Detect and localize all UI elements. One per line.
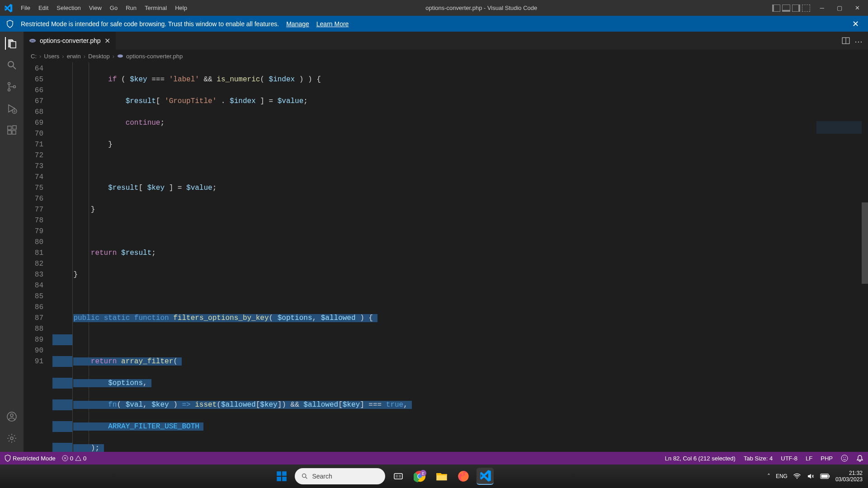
svg-rect-23 (283, 477, 287, 481)
layout-controls (772, 5, 810, 12)
explorer-icon[interactable] (5, 37, 18, 50)
window-controls: ─ ▢ ✕ (816, 2, 864, 14)
svg-point-24 (302, 474, 306, 478)
svg-point-1 (8, 83, 10, 85)
notifications-bell-icon[interactable] (856, 455, 863, 462)
status-language[interactable]: PHP (821, 455, 833, 462)
tabs-bar: php options-converter.php ✕ ⋯ (24, 32, 868, 50)
tab-close-icon[interactable]: ✕ (104, 37, 110, 45)
extensions-icon[interactable] (5, 124, 18, 136)
shield-icon (6, 20, 14, 28)
warning-icon (75, 455, 81, 461)
menu-go[interactable]: Go (106, 2, 121, 14)
crumb-users[interactable]: Users (44, 53, 59, 60)
status-encoding[interactable]: UTF-8 (781, 455, 797, 462)
minimize-icon[interactable]: ─ (816, 2, 829, 14)
menu-help[interactable]: Help (171, 2, 191, 14)
source-control-icon[interactable] (5, 80, 18, 93)
battery-icon[interactable] (820, 473, 830, 479)
line-gutter: 6465666768697071727374757677787980818283… (24, 62, 52, 452)
windows-taskbar: Search E ˄ ENG 21:32 03/03/2023 (0, 465, 868, 488)
search-taskbar-icon (301, 473, 308, 480)
status-problems[interactable]: 0 0 (62, 455, 86, 462)
error-icon (62, 455, 68, 461)
taskbar-search[interactable]: Search (295, 468, 385, 484)
status-tabsize[interactable]: Tab Size: 4 (744, 455, 773, 462)
learn-more-link[interactable]: Learn More (316, 20, 349, 28)
svg-point-19 (845, 457, 846, 458)
svg-point-0 (8, 61, 14, 67)
menu-file[interactable]: File (17, 2, 34, 14)
tray-clock[interactable]: 21:32 03/03/2023 (835, 470, 863, 483)
run-debug-icon[interactable] (5, 102, 18, 115)
workbench: php options-converter.php ✕ ⋯ C:› Users›… (0, 32, 868, 452)
menu-run[interactable]: Run (122, 2, 140, 14)
crumb-c[interactable]: C: (31, 53, 37, 60)
svg-rect-22 (277, 477, 282, 481)
status-restricted[interactable]: Restricted Mode (5, 455, 56, 462)
svg-point-2 (8, 89, 10, 91)
code-content[interactable]: if ( $key === 'label' && is_numeric( $in… (52, 62, 868, 452)
feedback-icon[interactable] (841, 455, 848, 462)
chrome-icon[interactable]: E (411, 468, 429, 485)
vscode-logo-icon (4, 4, 13, 13)
crumb-desktop[interactable]: Desktop (88, 53, 110, 60)
system-tray: ˄ ENG 21:32 03/03/2023 (767, 470, 863, 483)
svg-rect-5 (8, 126, 11, 130)
code-editor[interactable]: 6465666768697071727374757677787980818283… (24, 62, 868, 452)
status-cursor[interactable]: Ln 82, Col 6 (212 selected) (665, 455, 736, 462)
toggle-primary-sidebar-icon[interactable] (772, 5, 780, 12)
accounts-icon[interactable] (5, 410, 18, 423)
svg-point-10 (10, 414, 13, 417)
banner-close-icon[interactable]: ✕ (849, 19, 862, 29)
window-title: options-converter.php - Visual Studio Co… (191, 5, 772, 11)
task-view-icon[interactable] (390, 468, 407, 485)
vertical-scrollbar[interactable] (862, 62, 868, 452)
firefox-icon[interactable] (455, 468, 472, 485)
more-actions-icon[interactable]: ⋯ (854, 37, 863, 45)
svg-rect-26 (396, 475, 398, 478)
svg-text:php: php (31, 39, 35, 42)
php-breadcrumb-icon (117, 53, 123, 59)
tab-label: options-converter.php (40, 37, 101, 44)
menu-view[interactable]: View (85, 2, 105, 14)
menu-bar: File Edit Selection View Go Run Terminal… (17, 2, 191, 14)
maximize-icon[interactable]: ▢ (832, 2, 847, 14)
svg-point-11 (10, 437, 13, 440)
svg-point-33 (797, 478, 797, 479)
menu-selection[interactable]: Selection (53, 2, 84, 14)
titlebar: File Edit Selection View Go Run Terminal… (0, 0, 868, 16)
toggle-panel-icon[interactable] (782, 5, 790, 12)
customize-layout-icon[interactable] (802, 5, 810, 12)
status-eol[interactable]: LF (806, 455, 812, 462)
menu-terminal[interactable]: Terminal (141, 2, 170, 14)
tab-options-converter[interactable]: php options-converter.php ✕ (24, 32, 116, 50)
breadcrumbs[interactable]: C:› Users› erwin› Desktop› options-conve… (24, 50, 868, 62)
wifi-icon[interactable] (793, 472, 801, 480)
scrollbar-thumb[interactable] (862, 202, 868, 284)
svg-point-15 (118, 55, 123, 58)
tray-language[interactable]: ENG (776, 473, 788, 479)
svg-rect-27 (399, 475, 401, 478)
svg-rect-25 (394, 474, 402, 479)
crumb-file[interactable]: options-converter.php (126, 53, 183, 60)
volume-icon[interactable] (807, 472, 815, 480)
svg-rect-7 (12, 131, 16, 134)
search-icon[interactable] (5, 59, 18, 71)
file-explorer-icon[interactable] (433, 468, 450, 485)
manage-link[interactable]: Manage (286, 20, 309, 28)
toggle-secondary-sidebar-icon[interactable] (792, 5, 800, 12)
split-editor-icon[interactable] (842, 37, 850, 45)
crumb-erwin[interactable]: erwin (67, 53, 81, 60)
settings-gear-icon[interactable] (5, 432, 18, 445)
start-button[interactable] (273, 468, 290, 485)
menu-edit[interactable]: Edit (35, 2, 52, 14)
svg-point-17 (841, 455, 848, 461)
close-icon[interactable]: ✕ (850, 2, 864, 14)
vscode-taskbar-icon[interactable] (476, 468, 494, 485)
restricted-mode-banner: Restricted Mode is intended for safe cod… (0, 16, 868, 32)
svg-rect-6 (8, 131, 11, 134)
tray-chevron-icon[interactable]: ˄ (767, 473, 770, 480)
shield-status-icon (5, 455, 11, 462)
svg-point-3 (14, 86, 16, 88)
